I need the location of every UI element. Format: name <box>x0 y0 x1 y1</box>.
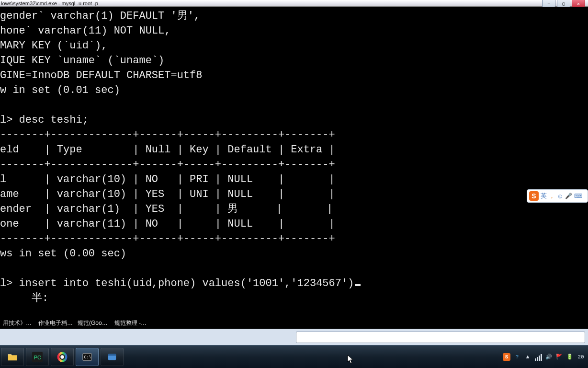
table-border: -------+-------------+------+-----+-----… <box>0 129 335 141</box>
table-row: one | varchar(11) | NO | | NULL | | <box>0 218 335 230</box>
svg-point-4 <box>60 355 64 358</box>
system-tray: S ? ▲ 🔊 🚩 🔋 20 <box>503 353 588 361</box>
taskbar[interactable]: PC C:\ S ? ▲ 🔊 🚩 🔋 20 <box>0 345 588 368</box>
browser-tab[interactable]: 规范(Goo… <box>75 318 111 328</box>
browser-tab[interactable]: 用技术》… <box>0 318 34 328</box>
term-line: ws in set (0.00 sec) <box>0 248 126 260</box>
table-header: eld | Type | Null | Key | Default | Extr… <box>0 144 335 156</box>
term-line: 半: <box>0 292 48 304</box>
term-line: MARY KEY (`uid`), <box>0 40 107 52</box>
table-row: l | varchar(10) | NO | PRI | NULL | | <box>0 173 335 185</box>
taskbar-pycharm[interactable]: PC <box>26 348 49 366</box>
table-border: -------+-------------+------+-----+-----… <box>0 159 335 171</box>
cmd-title-bar[interactable]: lows\system32\cmd.exe - mysql -u root -p <box>0 0 588 7</box>
tray-sogou-icon[interactable]: S <box>503 353 510 361</box>
text-cursor <box>355 284 361 286</box>
ime-emoji-icon[interactable]: ☺ <box>557 193 563 200</box>
ime-lang-indicator[interactable]: 英 <box>541 192 547 200</box>
term-line: l> desc teshi; <box>0 114 89 126</box>
term-line: gender` varchar(1) DEFAULT '男', <box>0 10 200 22</box>
battery-icon[interactable]: 🔋 <box>566 353 574 361</box>
card-icon <box>107 352 117 362</box>
ime-keyboard-icon[interactable]: ⌨ <box>574 193 582 199</box>
svg-text:PC: PC <box>34 354 41 360</box>
term-line: IQUE KEY `uname` (`uname`) <box>0 55 164 67</box>
ime-voice-icon[interactable]: 🎤 <box>565 193 572 199</box>
table-row: ender | varchar(1) | YES | | 男 | | <box>0 203 333 215</box>
chrome-icon <box>57 352 68 362</box>
browser-tab[interactable]: 规范整理 -… <box>112 318 149 328</box>
cmd-icon: C:\ <box>82 352 92 362</box>
svg-rect-8 <box>108 354 116 356</box>
taskbar-explorer[interactable] <box>1 348 24 366</box>
network-icon[interactable] <box>534 353 542 361</box>
taskbar-app[interactable] <box>101 348 124 366</box>
browser-tab-strip: 用技术》… 作业电子档… 规范(Goo… 规范整理 -… <box>0 317 149 329</box>
taskbar-browser[interactable] <box>51 348 74 366</box>
ime-punct-icon[interactable]: ， <box>549 192 555 200</box>
svg-text:C:\: C:\ <box>84 355 91 359</box>
term-line: l> insert into teshi(uid,phone) values('… <box>0 277 354 289</box>
term-line: hone` varchar(11) NOT NULL, <box>0 25 170 37</box>
action-center-icon[interactable]: 🚩 <box>555 353 563 361</box>
pycharm-icon: PC <box>32 352 43 362</box>
mouse-cursor-icon <box>347 355 354 364</box>
tray-help-icon[interactable]: ? <box>513 353 521 361</box>
browser-toolbar <box>0 329 588 345</box>
tray-arrow-icon[interactable]: ▲ <box>524 353 531 361</box>
term-line: w in set (0.01 sec) <box>0 84 120 96</box>
table-border: -------+-------------+------+-----+-----… <box>0 233 335 245</box>
term-line: GINE=InnoDB DEFAULT CHARSET=utf8 <box>0 69 202 81</box>
address-bar[interactable] <box>296 332 585 343</box>
taskbar-cmd[interactable]: C:\ <box>76 348 99 366</box>
volume-icon[interactable]: 🔊 <box>545 353 553 361</box>
window-title: lows\system32\cmd.exe - mysql -u root -p <box>1 0 98 6</box>
clock[interactable]: 20 <box>577 354 585 360</box>
table-row: ame | varchar(10) | YES | UNI | NULL | | <box>0 188 335 200</box>
folder-icon <box>7 352 18 362</box>
browser-tab[interactable]: 作业电子档… <box>35 318 74 328</box>
sogou-logo-icon[interactable]: S <box>529 191 539 201</box>
terminal-output[interactable]: gender` varchar(1) DEFAULT '男', hone` va… <box>0 7 588 345</box>
ime-toolbar[interactable]: S 英 ， ☺ 🎤 ⌨ <box>527 189 588 203</box>
